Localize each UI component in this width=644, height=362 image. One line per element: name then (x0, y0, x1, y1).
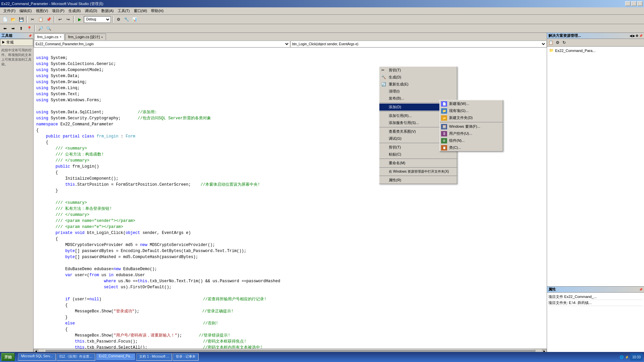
taskbar-sep (16, 353, 17, 361)
sol-toolbar-btn3[interactable]: ↻ (561, 40, 567, 46)
menu-edit[interactable]: 编辑(E) (17, 8, 34, 14)
add-submenu-item-userctrl[interactable]: 🎛 用户控件(U)... (440, 130, 503, 137)
cut-btn[interactable]: ✂ (29, 16, 36, 23)
title-bar: Ex22_Command_Parameter - Microsoft Visua… (0, 0, 644, 7)
add-submenu-item-new[interactable]: 📄 新建项(W)... (440, 100, 503, 107)
code-area[interactable]: using System; using System.Collections.G… (34, 48, 547, 349)
start-button[interactable]: 开始 (1, 353, 15, 361)
tab-close-2[interactable]: × (101, 36, 103, 39)
tab-frm-login-cs[interactable]: frm_Login.cs × (34, 34, 64, 40)
toolbar2-btn1[interactable]: ⬅ (1, 25, 9, 32)
sol-toolbar-btn2[interactable]: ⚙ (554, 40, 560, 46)
tray-icon2: ⚡ (625, 355, 629, 359)
menu-data[interactable]: 数据(A) (99, 8, 116, 14)
taskbar-item-notepad[interactable]: 登录 - 记事本 (173, 353, 199, 361)
window-controls[interactable]: — □ × (625, 1, 643, 6)
menu-debug[interactable]: 调试(D) (83, 8, 99, 14)
toolbar-btn-extra2[interactable]: 🔧 (123, 16, 130, 23)
maximize-btn[interactable]: □ (631, 1, 637, 6)
sol-toolbar-btn1[interactable]: 📋 (548, 40, 554, 46)
menu-window[interactable]: 窗口(W) (132, 8, 149, 14)
existing-item-icon: 📁 (441, 108, 447, 114)
toolbar2-btn6[interactable]: 🔍 (45, 25, 52, 32)
toolbar2-btn3[interactable]: ⬆ (17, 25, 25, 32)
taskbar-item-vs[interactable]: Ex22_Command_Pa... (96, 353, 136, 361)
toolbox-pin[interactable]: 📌 (28, 34, 32, 38)
props-project-file-label: 项目文件 Ex22_Command_... (548, 294, 597, 299)
menu-item-rebuild[interactable]: 🔄 重新生成(E) (379, 81, 457, 88)
taskbar-item-word[interactable]: 文档 1 - Microsoft ... (136, 353, 172, 361)
close-btn[interactable]: × (637, 1, 643, 6)
add-submenu-item-component[interactable]: ⚙ 组件(N)... (440, 137, 503, 144)
menu-item-paste[interactable]: 粘贴(C) (379, 151, 457, 158)
add-submenu-item-winform[interactable]: 🪟 Windows 窗体(F)... (440, 123, 503, 130)
props-project-path-label: 项目文件夹: E:\4. 薛药镇... (548, 300, 592, 305)
paste-btn[interactable]: 📌 (45, 16, 52, 23)
menu-project[interactable]: 项目(P) (50, 8, 66, 14)
toolbar2-btn2[interactable]: ➡ (9, 25, 17, 32)
props-buttons: 📌 (639, 288, 643, 291)
solution-tree: 📁 Ex22_Command_Para... (547, 47, 644, 286)
tab-close-1[interactable]: × (60, 35, 61, 39)
add-label: 添加(D) (389, 105, 401, 110)
method-dropdown[interactable]: btn_Login_Click(object sender, EventArgs… (290, 41, 546, 47)
toolbar-btn-extra3[interactable]: 📊 (131, 16, 138, 23)
sol-btn-pin[interactable]: 📌 (639, 34, 643, 38)
add-submenu-item-existing[interactable]: 📁 现有项(G)... (440, 107, 503, 114)
taskbar-item-sql[interactable]: Microsoft SQL Serv... (18, 353, 56, 361)
rebuild-icon: 🔄 (381, 82, 386, 86)
menu-item-properties[interactable]: 属性(R) (379, 177, 457, 184)
minimize-btn[interactable]: — (625, 1, 631, 6)
new-file-btn[interactable]: 📄 (1, 16, 9, 23)
copy-btn[interactable]: 📋 (37, 16, 44, 23)
menu-item-clean[interactable]: 清理(I) (379, 88, 457, 95)
properties-title: 属性 (548, 287, 556, 292)
sol-btn-props[interactable]: ⚙ (636, 34, 638, 38)
solution-explorer-header: 解决方案资源管理... ◀ ▶ ⚙ 📌 (547, 33, 644, 39)
class-icon: 📋 (441, 145, 447, 150)
menu-item-open-folder[interactable]: 在 Windows 资源管理器中打开文件夹(X) (379, 168, 457, 175)
properties-label2: 属性(R) (389, 178, 401, 183)
menu-item-cut[interactable]: ✂ 剪切(T) (379, 67, 457, 74)
menu-build[interactable]: 生成(B) (66, 8, 83, 14)
tab-label-2: frm_Login.cs [设计] (68, 35, 100, 40)
open-file-btn[interactable]: 📂 (9, 16, 17, 23)
toolbox-section-header[interactable]: ▶ 常规 (0, 39, 33, 46)
toolbar-btn-extra1[interactable]: ⚙ (115, 16, 122, 23)
sol-root-item[interactable]: 📁 Ex22_Command_Para... (548, 48, 643, 53)
window-title: Ex22_Command_Parameter - Microsoft Visua… (1, 1, 103, 6)
toolbox-title: 工具箱 (1, 33, 12, 38)
add-submenu-item-folder[interactable]: 📂 新建文件夹(D) (440, 114, 503, 121)
add-submenu-item-class[interactable]: 📋 类(C)... (440, 144, 503, 151)
sep2 (54, 16, 55, 23)
menu-help[interactable]: 帮助(H) (149, 8, 165, 14)
cut-icon: ✂ (381, 68, 384, 72)
rebuild-label: 重新生成(E) (389, 82, 409, 87)
toolbar2-btn5[interactable]: 🔎 (37, 25, 44, 32)
menu-item-rename[interactable]: 重命名(M) (379, 160, 457, 167)
menu-file[interactable]: 文件(F) (1, 8, 17, 14)
menu-tools[interactable]: 工具(T) (116, 8, 132, 14)
build-label: 生成(D) (389, 75, 401, 80)
menu-view[interactable]: 视图(V) (34, 8, 50, 14)
start-btn[interactable]: ▶ (76, 16, 83, 23)
debug-mode-combo[interactable]: Debug Release (84, 16, 111, 23)
sol-btn-back[interactable]: ◀ (630, 34, 632, 38)
toolbar2-btn4[interactable]: 📍 (25, 25, 33, 32)
class-dropdown[interactable]: Ex22_Command_Parameter.frm_Login (34, 41, 290, 47)
undo-btn[interactable]: ↩ (56, 16, 64, 23)
redo-btn[interactable]: ↪ (64, 16, 72, 23)
toolbox-empty-text: 此组中没有可用的控件。将项拖到此文本上可将其添加到工具箱。 (0, 47, 33, 68)
sep4 (112, 16, 113, 23)
toolbox-panel-header: 工具箱 📌 (0, 33, 33, 39)
save-btn[interactable]: 💾 (17, 16, 25, 23)
toolbox-panel: 工具箱 📌 ▶ 常规 此组中没有可用的控件。将项拖到此文本上可将其添加到工具箱。 (0, 33, 34, 353)
taskbar-item-work[interactable]: 012.《应用》作业票... (56, 353, 95, 361)
sol-btn-forward[interactable]: ▶ (633, 34, 635, 38)
editor-tabs-bar: frm_Login.cs × frm_Login.cs [设计] × (34, 33, 547, 40)
code-editor[interactable]: using System; using System.Collections.G… (34, 48, 547, 349)
tab-frm-login-design[interactable]: frm_Login.cs [设计] × (65, 34, 106, 40)
props-btn-pin[interactable]: 📌 (639, 288, 643, 291)
component-label: 组件(N)... (449, 138, 465, 143)
menu-item-build[interactable]: 🔨 生成(D) (379, 74, 457, 81)
